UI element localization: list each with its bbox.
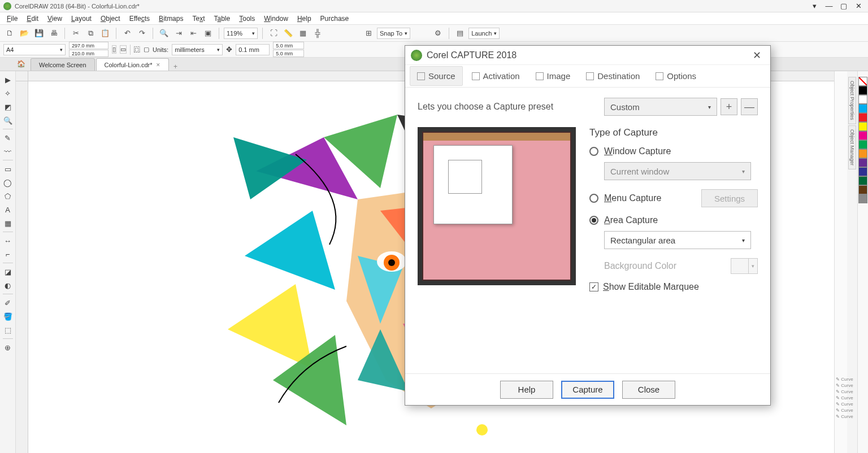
page-height[interactable]: 210.0 mm [69, 50, 108, 57]
add-preset-button[interactable]: + [721, 98, 737, 115]
redo-icon[interactable]: ↷ [136, 27, 148, 40]
ribbon-arrow-icon[interactable]: ▾ [808, 2, 821, 11]
menu-help[interactable]: Help [293, 14, 316, 24]
dialog-titlebar[interactable]: Corel CAPTURE 2018 ✕ [405, 46, 770, 65]
color-swatch[interactable] [858, 113, 867, 122]
close-tab-icon[interactable]: ✕ [156, 62, 160, 68]
window-capture-label[interactable]: Window Capture [604, 146, 671, 156]
menu-edit[interactable]: Edit [22, 14, 43, 24]
print-icon[interactable]: 🖶 [47, 27, 60, 40]
color-swatch[interactable] [858, 95, 867, 104]
menu-effects[interactable]: Effects [125, 14, 154, 24]
home-icon[interactable]: 🏠 [17, 60, 26, 69]
tab-options[interactable]: Options [649, 67, 703, 85]
radio-menu-capture[interactable] [589, 194, 598, 203]
tab-source[interactable]: Source [410, 66, 463, 86]
duplicate-x[interactable]: 5.0 mm [273, 42, 304, 49]
no-color-swatch[interactable] [858, 77, 867, 86]
menu-table[interactable]: Table [210, 14, 235, 24]
color-swatch[interactable] [858, 176, 867, 185]
show-marquee-label[interactable]: Show Editable Marquee [603, 282, 699, 292]
preset-dropdown[interactable]: Custom▾ [604, 98, 717, 116]
color-swatch[interactable] [858, 140, 867, 149]
menu-object[interactable]: Object [96, 14, 125, 24]
zoom-level[interactable]: 119%▾ [224, 28, 258, 39]
color-swatch[interactable] [858, 131, 867, 140]
eyedropper-icon[interactable]: ✐ [2, 297, 14, 309]
color-swatch[interactable] [858, 194, 867, 203]
ruler-vertical[interactable] [16, 81, 28, 453]
grid-icon[interactable]: ▦ [297, 27, 309, 40]
pick-tool-icon[interactable]: ▶ [2, 73, 14, 86]
table-tool-icon[interactable]: ▦ [2, 217, 14, 229]
close-button[interactable]: Close [622, 381, 675, 399]
tab-activation[interactable]: Activation [465, 67, 527, 85]
landscape-icon[interactable]: ▭ [120, 45, 127, 54]
help-button[interactable]: Help [500, 381, 553, 399]
zoom-tool-icon[interactable]: 🔍 [2, 114, 14, 127]
color-swatch[interactable] [858, 149, 867, 158]
freehand-tool-icon[interactable]: ✎ [2, 132, 14, 144]
tab-destination[interactable]: Destination [579, 67, 646, 85]
color-swatch[interactable] [858, 86, 867, 95]
paper-size-dropdown[interactable]: A4▾ [3, 44, 66, 55]
units-dropdown[interactable]: millimeters▾ [172, 44, 223, 55]
menu-capture-label[interactable]: Menu Capture [604, 193, 661, 203]
outline-tool-icon[interactable]: ⬚ [2, 324, 14, 336]
open-icon[interactable]: 📂 [18, 27, 31, 40]
pan-tool-icon[interactable]: ⊕ [2, 341, 14, 354]
minimize-button[interactable]: — [823, 2, 835, 11]
export-icon[interactable]: ⇤ [187, 27, 199, 40]
shape-tool-icon[interactable]: ✧ [2, 87, 14, 99]
search-icon[interactable]: 🔍 [158, 27, 170, 40]
capture-button[interactable]: Capture [561, 381, 614, 399]
copy-icon[interactable]: ⧉ [84, 27, 97, 40]
ellipse-tool-icon[interactable]: ◯ [2, 176, 14, 189]
menu-bitmaps[interactable]: Bitmaps [154, 14, 188, 24]
radio-window-capture[interactable] [589, 147, 598, 156]
page-width[interactable]: 297.0 mm [69, 42, 108, 49]
crop-tool-icon[interactable]: ◩ [2, 101, 14, 113]
portrait-icon[interactable]: ▯ [112, 45, 116, 54]
launch-icon[interactable]: ▤ [454, 27, 466, 40]
area-capture-label[interactable]: Area Capture [604, 215, 658, 225]
fullscreen-icon[interactable]: ⛶ [267, 27, 280, 40]
list-item[interactable]: ✎ Curve [835, 407, 847, 413]
color-swatch[interactable] [858, 158, 867, 167]
list-item[interactable]: ✎ Curve [835, 382, 847, 389]
guides-icon[interactable]: ╬ [311, 27, 324, 40]
color-swatch[interactable] [858, 104, 867, 113]
paste-icon[interactable]: 📋 [99, 27, 111, 40]
artistic-media-icon[interactable]: 〰 [2, 145, 14, 158]
undo-icon[interactable]: ↶ [121, 27, 133, 40]
save-icon[interactable]: 💾 [33, 27, 45, 40]
docker-object-manager[interactable]: Object Manager [848, 125, 856, 169]
color-swatch[interactable] [858, 167, 867, 176]
close-button[interactable]: ✕ [852, 2, 865, 11]
list-item[interactable]: ✎ Curve [835, 389, 847, 395]
checkbox-show-marquee[interactable]: ✓ [589, 282, 598, 291]
color-swatch[interactable] [858, 185, 867, 194]
menu-text[interactable]: Text [188, 14, 209, 24]
new-icon[interactable]: 🗋 [3, 27, 16, 40]
all-pages-icon[interactable]: ⿴ [134, 46, 140, 53]
rectangle-tool-icon[interactable]: ▭ [2, 163, 14, 175]
duplicate-y[interactable]: 5.0 mm [273, 50, 304, 57]
nudge-distance[interactable]: 0.1 mm [236, 44, 270, 55]
color-swatch[interactable] [858, 122, 867, 131]
docker-object-properties[interactable]: Object Properties [848, 77, 856, 124]
current-page-icon[interactable]: ▢ [144, 46, 149, 53]
options-icon[interactable]: ⚙ [432, 27, 444, 40]
cut-icon[interactable]: ✂ [70, 27, 82, 40]
list-item[interactable]: ✎ Curve [835, 395, 847, 401]
connector-tool-icon[interactable]: ⌐ [2, 248, 14, 260]
area-type-dropdown[interactable]: Rectangular area▾ [604, 231, 751, 249]
fill-tool-icon[interactable]: 🪣 [2, 310, 14, 323]
tab-document[interactable]: Colorful-Lion.cdr*✕ [96, 58, 169, 71]
snap-icon[interactable]: ⊞ [362, 27, 375, 40]
launch-dropdown[interactable]: Launch ▾ [468, 28, 500, 39]
maximize-button[interactable]: ▢ [837, 2, 850, 11]
menu-purchase[interactable]: Purchase [316, 14, 354, 24]
add-tab-icon[interactable]: + [170, 63, 181, 71]
publish-icon[interactable]: ▣ [202, 27, 214, 40]
